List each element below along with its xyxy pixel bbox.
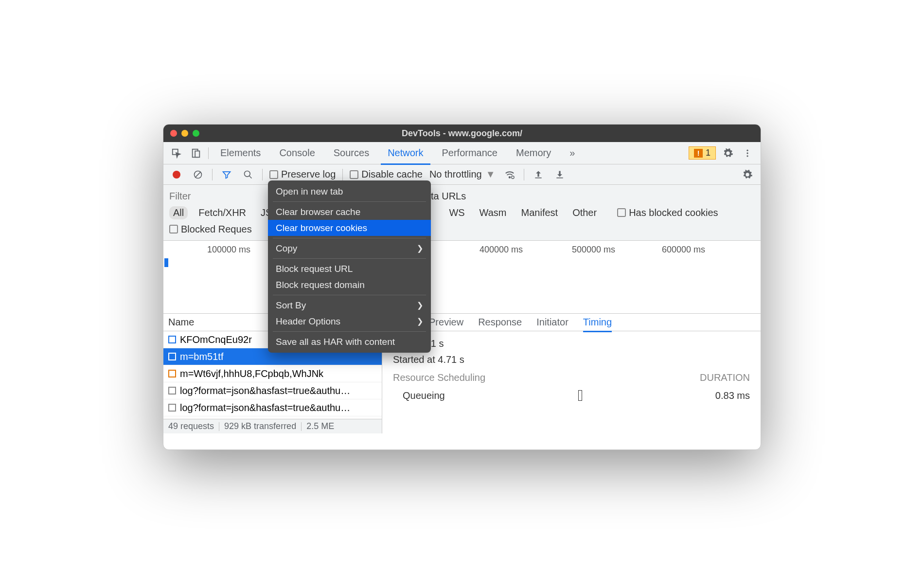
filter-bar: ta URLs All Fetch/XHR JS WS Wasm Manifes… bbox=[163, 185, 761, 241]
duration-label: DURATION bbox=[700, 372, 750, 383]
chevron-right-icon: ❯ bbox=[417, 317, 423, 326]
timeline-tick: 100000 ms bbox=[207, 245, 250, 255]
queueing-label: Queueing bbox=[393, 390, 445, 403]
tab-performance[interactable]: Performance bbox=[435, 147, 505, 159]
maximize-window-button[interactable] bbox=[193, 130, 199, 137]
dropdown-icon: ▼ bbox=[486, 169, 496, 180]
overview-timeline[interactable]: 100000 ms 400000 ms 500000 ms 600000 ms bbox=[163, 241, 761, 314]
more-tabs-button[interactable]: » bbox=[563, 147, 582, 159]
timing-panel: ed at 4.71 s Started at 4.71 s Resource … bbox=[382, 331, 761, 410]
svg-point-10 bbox=[509, 177, 510, 178]
menu-copy[interactable]: Copy❯ bbox=[268, 240, 431, 256]
warning-count: 1 bbox=[706, 148, 711, 158]
titlebar: DevTools - www.google.com/ bbox=[163, 125, 761, 142]
queueing-bar bbox=[578, 390, 582, 401]
detail-tab-response[interactable]: Response bbox=[478, 317, 522, 328]
blocked-requests-checkbox[interactable]: Blocked Reques bbox=[169, 224, 252, 235]
detail-pane: aders Preview Response Initiator Timing … bbox=[382, 314, 761, 433]
filter-icon[interactable] bbox=[219, 167, 234, 182]
svg-point-3 bbox=[746, 149, 748, 151]
request-row[interactable]: log?format=json&hasfast=true&authu… bbox=[163, 399, 382, 416]
device-toolbar-icon[interactable] bbox=[189, 146, 203, 161]
menu-header-options[interactable]: Header Options❯ bbox=[268, 313, 431, 329]
menu-open-new-tab[interactable]: Open in new tab bbox=[268, 183, 431, 199]
filter-type-ws[interactable]: WS bbox=[445, 206, 468, 219]
menu-clear-cache[interactable]: Clear browser cache bbox=[268, 204, 431, 220]
file-icon bbox=[168, 336, 176, 343]
menu-block-domain[interactable]: Block request domain bbox=[268, 277, 431, 293]
upload-har-icon[interactable] bbox=[531, 167, 546, 182]
devtools-window: DevTools - www.google.com/ Elements Cons… bbox=[163, 124, 761, 450]
svg-rect-13 bbox=[556, 177, 563, 178]
svg-rect-12 bbox=[535, 177, 541, 178]
clear-icon[interactable] bbox=[191, 167, 205, 182]
started-at: Started at 4.71 s bbox=[393, 354, 750, 365]
request-row[interactable]: m=Wt6vjf,hhhU8,FCpbqb,WhJNk bbox=[163, 365, 382, 382]
detail-tabs: aders Preview Response Initiator Timing bbox=[382, 314, 761, 331]
detail-tab-initiator[interactable]: Initiator bbox=[536, 317, 569, 328]
has-blocked-cookies-checkbox[interactable]: Has blocked cookies bbox=[617, 207, 718, 218]
inspect-element-icon[interactable] bbox=[169, 146, 184, 161]
network-settings-icon[interactable] bbox=[740, 167, 755, 182]
timeline-marker[interactable] bbox=[164, 258, 168, 267]
menu-clear-cookies[interactable]: Clear browser cookies bbox=[268, 220, 431, 236]
throttling-select[interactable]: No throttling ▼ bbox=[429, 169, 496, 180]
context-menu: Open in new tab Clear browser cache Clea… bbox=[268, 180, 431, 353]
resource-scheduling-label: Resource Scheduling bbox=[393, 372, 485, 383]
svg-point-8 bbox=[245, 171, 250, 177]
timeline-tick: 400000 ms bbox=[480, 245, 523, 255]
svg-line-7 bbox=[195, 172, 201, 178]
search-icon[interactable] bbox=[241, 167, 255, 182]
disable-cache-checkbox[interactable]: Disable cache bbox=[350, 169, 423, 180]
download-har-icon[interactable] bbox=[552, 167, 567, 182]
divider bbox=[208, 147, 209, 159]
tab-elements[interactable]: Elements bbox=[213, 147, 267, 159]
chevron-right-icon: ❯ bbox=[417, 244, 423, 253]
status-transferred: 929 kB transferred bbox=[224, 421, 296, 431]
kebab-menu-icon[interactable] bbox=[740, 146, 755, 161]
window-title: DevTools - www.google.com/ bbox=[402, 128, 522, 139]
timeline-tick: 500000 ms bbox=[572, 245, 615, 255]
request-row[interactable]: log?format=json&hasfast=true&authu… bbox=[163, 382, 382, 399]
menu-sort-by[interactable]: Sort By❯ bbox=[268, 297, 431, 313]
file-icon bbox=[168, 404, 176, 412]
menu-save-har[interactable]: Save all as HAR with content bbox=[268, 334, 431, 350]
menu-block-url[interactable]: Block request URL bbox=[268, 261, 431, 277]
svg-point-4 bbox=[746, 152, 748, 154]
preserve-log-checkbox[interactable]: Preserve log bbox=[269, 169, 336, 180]
filter-type-fetchxhr[interactable]: Fetch/XHR bbox=[195, 206, 250, 219]
tab-console[interactable]: Console bbox=[272, 147, 321, 159]
tab-sources[interactable]: Sources bbox=[327, 147, 376, 159]
network-conditions-icon[interactable] bbox=[502, 167, 517, 182]
filter-type-wasm[interactable]: Wasm bbox=[476, 206, 511, 219]
svg-rect-2 bbox=[195, 151, 199, 157]
detail-tab-preview[interactable]: Preview bbox=[429, 317, 463, 328]
warnings-badge[interactable]: ! 1 bbox=[689, 146, 716, 160]
settings-icon[interactable] bbox=[721, 146, 735, 161]
status-requests: 49 requests bbox=[168, 421, 214, 431]
tab-network[interactable]: Network bbox=[381, 147, 430, 165]
file-icon bbox=[168, 387, 176, 395]
status-bar: 49 requests 929 kB transferred 2.5 ME bbox=[163, 419, 382, 433]
filter-type-other[interactable]: Other bbox=[569, 206, 601, 219]
queued-at: ed at 4.71 s bbox=[393, 338, 750, 349]
filter-type-all[interactable]: All bbox=[169, 206, 188, 219]
filter-type-manifest[interactable]: Manifest bbox=[517, 206, 562, 219]
record-button[interactable] bbox=[169, 167, 184, 182]
queueing-duration: 0.83 ms bbox=[715, 390, 750, 403]
timeline-tick: 600000 ms bbox=[662, 245, 705, 255]
detail-tab-timing[interactable]: Timing bbox=[583, 317, 612, 332]
minimize-window-button[interactable] bbox=[181, 130, 188, 137]
tab-memory[interactable]: Memory bbox=[509, 147, 558, 159]
chevron-right-icon: ❯ bbox=[417, 301, 423, 310]
filter-input[interactable] bbox=[169, 191, 213, 202]
file-icon bbox=[168, 353, 176, 360]
svg-point-11 bbox=[511, 176, 514, 179]
status-resources: 2.5 ME bbox=[306, 421, 334, 431]
hide-data-urls-label: ta URLs bbox=[431, 191, 466, 202]
close-window-button[interactable] bbox=[170, 130, 177, 137]
main-tabbar: Elements Console Sources Network Perform… bbox=[163, 142, 761, 164]
svg-point-5 bbox=[746, 155, 748, 157]
split-view: Name KFOmCnqEu92r m=bm51tf m=Wt6vjf,hhhU… bbox=[163, 314, 761, 433]
traffic-lights bbox=[170, 130, 199, 137]
